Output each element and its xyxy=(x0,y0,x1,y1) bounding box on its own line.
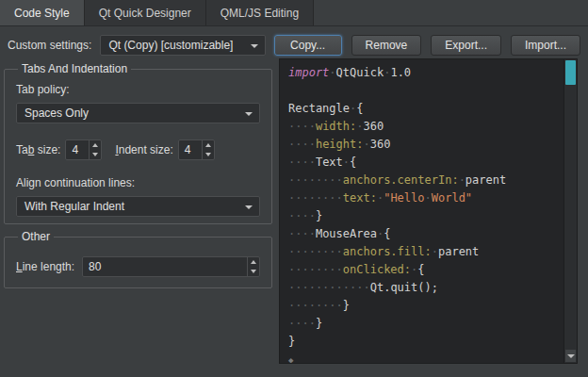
custom-settings-combo[interactable]: Qt (Copy) [customizable] xyxy=(100,35,266,56)
tab-qmljs-editing[interactable]: QML/JS Editing xyxy=(206,0,314,25)
line-length-spinbox[interactable]: 80 xyxy=(82,256,260,277)
chevron-down-icon xyxy=(245,205,253,209)
chevron-down-icon xyxy=(567,354,575,358)
chevron-down-icon xyxy=(251,44,258,48)
line-length-value: 80 xyxy=(83,257,247,276)
chevron-down-icon xyxy=(92,153,98,156)
spin-up-button[interactable] xyxy=(248,257,259,267)
scrollbar-thumb[interactable] xyxy=(565,60,576,85)
align-continuation-label: Align continuation lines: xyxy=(16,176,260,189)
line-length-row: Line length: 80 xyxy=(16,256,260,277)
chevron-down-icon xyxy=(251,270,256,273)
align-continuation-combo-value: With Regular Indent xyxy=(24,200,124,213)
import-button[interactable]: Import... xyxy=(511,35,580,56)
tab-qt-quick-designer[interactable]: Qt Quick Designer xyxy=(85,0,206,25)
sizes-row: Tab size: 4 Indent size: 4 xyxy=(16,139,260,160)
line-length-spin-buttons xyxy=(247,257,259,276)
code-preview-editor[interactable]: import·QtQuick·1.0Rectangle·{····width:·… xyxy=(279,58,578,364)
spin-up-button[interactable] xyxy=(203,140,214,150)
indent-size-label: Indent size: xyxy=(115,143,172,156)
group-tabs-and-indentation: Tabs And Indentation Tab policy: Spaces … xyxy=(4,62,272,224)
remove-button[interactable]: Remove xyxy=(351,35,422,56)
tab-code-style[interactable]: Code Style xyxy=(0,0,85,25)
chevron-up-icon xyxy=(92,143,98,147)
spin-down-button[interactable] xyxy=(248,267,259,276)
export-button[interactable]: Export... xyxy=(431,35,501,56)
custom-settings-label: Custom settings: xyxy=(8,39,91,52)
chevron-up-icon xyxy=(251,260,256,264)
indent-size-spinbox[interactable]: 4 xyxy=(178,139,215,160)
tab-policy-combo-value: Spaces Only xyxy=(24,107,89,120)
spin-down-button[interactable] xyxy=(203,150,214,159)
tab-bar-filler xyxy=(314,0,588,25)
chevron-up-icon xyxy=(205,143,211,147)
tab-size-spinbox[interactable]: 4 xyxy=(65,139,102,160)
tab-size-spin-buttons xyxy=(89,140,101,159)
custom-settings-row: Custom settings: Qt (Copy) [customizable… xyxy=(8,34,580,57)
align-continuation-combo[interactable]: With Regular Indent xyxy=(16,196,260,217)
chevron-down-icon xyxy=(245,112,253,116)
scrollbar-down-button[interactable] xyxy=(565,350,576,362)
group-other-title: Other xyxy=(18,230,54,243)
indent-size-spin-buttons xyxy=(202,140,214,159)
chevron-down-icon xyxy=(205,153,211,156)
spin-down-button[interactable] xyxy=(90,150,101,159)
tab-size-label: Tab size: xyxy=(16,143,60,156)
indent-size-value: 4 xyxy=(179,140,202,159)
tab-policy-combo[interactable]: Spaces Only xyxy=(16,103,260,123)
spin-up-button[interactable] xyxy=(90,140,101,150)
custom-settings-combo-value: Qt (Copy) [customizable] xyxy=(108,39,233,52)
editor-scrollbar[interactable] xyxy=(564,59,577,363)
group-other: Other Line length: 80 xyxy=(4,230,272,288)
copy-button[interactable]: Copy... xyxy=(274,35,342,56)
tab-bar: Code Style Qt Quick Designer QML/JS Edit… xyxy=(0,0,588,26)
group-tabs-and-indentation-title: Tabs And Indentation xyxy=(18,62,131,75)
tab-policy-label: Tab policy: xyxy=(16,83,260,96)
line-length-label: Line length: xyxy=(16,260,74,273)
code-style-settings-pane: { "tabs": [ { "label": "Code Style", "ac… xyxy=(0,0,588,377)
code-lines: import·QtQuick·1.0Rectangle·{····width:·… xyxy=(280,59,564,363)
tab-size-value: 4 xyxy=(66,140,89,159)
